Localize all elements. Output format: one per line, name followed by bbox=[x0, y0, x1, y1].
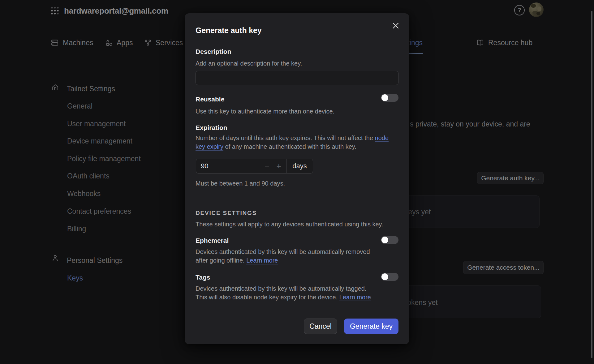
dialog-title: Generate auth key bbox=[196, 26, 261, 35]
description-input[interactable] bbox=[196, 71, 398, 85]
increment-button[interactable]: + bbox=[274, 159, 283, 173]
ephemeral-learn-more-link[interactable]: Learn more bbox=[246, 257, 278, 264]
description-sub: Add an optional description for the key. bbox=[196, 59, 302, 68]
expiration-hint: Must be between 1 and 90 days. bbox=[196, 179, 285, 188]
generate-auth-key-dialog: Generate auth key Description Add an opt… bbox=[185, 13, 409, 344]
device-settings-heading: DEVICE SETTINGS bbox=[196, 210, 257, 216]
toggle-knob bbox=[381, 237, 388, 243]
expiration-stepper: 90 − + days bbox=[196, 159, 313, 173]
expiration-value[interactable]: 90 bbox=[201, 162, 208, 170]
reusable-label: Reusable bbox=[196, 96, 224, 103]
reusable-toggle[interactable] bbox=[381, 94, 398, 102]
tags-label: Tags bbox=[196, 274, 210, 281]
expiration-value-section: 90 − + bbox=[196, 159, 286, 173]
ephemeral-desc: Devices authenticated by this key will b… bbox=[196, 247, 400, 265]
section-divider bbox=[196, 197, 398, 197]
tags-learn-more-link[interactable]: Learn more bbox=[339, 294, 371, 301]
reusable-desc: Use this key to authenticate more than o… bbox=[196, 107, 334, 116]
description-label: Description bbox=[196, 48, 231, 55]
device-settings-sub: These settings will apply to any devices… bbox=[196, 220, 383, 229]
cancel-button[interactable]: Cancel bbox=[304, 319, 337, 334]
expiration-desc: Number of days until this auth key expir… bbox=[196, 134, 400, 151]
ephemeral-label: Ephemeral bbox=[196, 237, 229, 244]
expiration-label: Expiration bbox=[196, 124, 227, 131]
generate-key-button[interactable]: Generate key bbox=[344, 319, 398, 334]
toggle-knob bbox=[381, 273, 388, 280]
ephemeral-toggle[interactable] bbox=[381, 236, 398, 244]
expiration-unit: days bbox=[286, 159, 313, 173]
tags-desc: Devices authenticated by this key will b… bbox=[196, 284, 400, 302]
close-icon[interactable] bbox=[392, 22, 400, 30]
tags-toggle[interactable] bbox=[381, 273, 398, 281]
decrement-button[interactable]: − bbox=[262, 159, 272, 173]
toggle-knob bbox=[381, 94, 388, 101]
